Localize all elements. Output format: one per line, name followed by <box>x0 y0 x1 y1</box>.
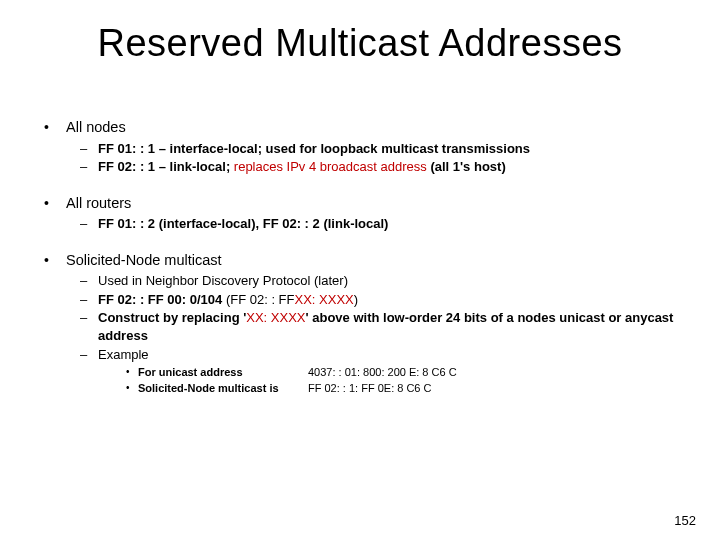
example-value: 4037: : 01: 800: 200 E: 8 C6 C <box>308 366 457 378</box>
sub-bullet: Example For unicast address4037: : 01: 8… <box>66 346 680 396</box>
sub-bullet: FF 01: : 1 – interface-local; used for l… <box>66 140 680 158</box>
addr: FF 02: : FF 00: 0/104 <box>98 292 222 307</box>
slide: Reserved Multicast Addresses All nodes F… <box>0 0 720 540</box>
sub-bullet: Construct by replacing 'XX: XXXX' above … <box>66 309 680 344</box>
addr-desc-pre: – link-local; <box>155 159 234 174</box>
text: Used in Neighbor Discovery Protocol (lat… <box>98 273 348 288</box>
sub-bullet: FF 02: : 1 – link-local; replaces IPv 4 … <box>66 158 680 176</box>
slide-content: All nodes FF 01: : 1 – interface-local; … <box>42 118 680 414</box>
paren-open: (FF 02: : FF <box>222 292 294 307</box>
addr-desc-red: replaces IPv 4 broadcast address <box>234 159 427 174</box>
bullet-head: All routers <box>66 195 131 211</box>
addr: FF 02: : 1 <box>98 159 155 174</box>
bullet-all-nodes: All nodes FF 01: : 1 – interface-local; … <box>42 118 680 176</box>
example-row: For unicast address4037: : 01: 800: 200 … <box>98 365 680 380</box>
page-number: 152 <box>674 513 696 528</box>
addr-desc-post: (all 1's host) <box>427 159 506 174</box>
sub-bullet: Used in Neighbor Discovery Protocol (lat… <box>66 272 680 290</box>
sub-bullet: FF 01: : 2 (interface-local), FF 02: : 2… <box>66 215 680 233</box>
addr-red: XX: XXXX <box>295 292 354 307</box>
bullet-head: All nodes <box>66 119 126 135</box>
sub-bullet: FF 02: : FF 00: 0/104 (FF 02: : FFXX: XX… <box>66 291 680 309</box>
text: Example <box>98 347 149 362</box>
addr: FF 01: : 2 <box>98 216 155 231</box>
addr-mid: (interface-local), <box>155 216 263 231</box>
bullet-head: Solicited-Node multicast <box>66 252 222 268</box>
example-value: FF 02: : 1: FF 0E: 8 C6 C <box>308 382 431 394</box>
addr-desc: – interface-local; used for loopback mul… <box>155 141 530 156</box>
example-label: Solicited-Node multicast is <box>138 381 308 396</box>
slide-title: Reserved Multicast Addresses <box>0 22 720 65</box>
addr: FF 02: : 2 <box>263 216 320 231</box>
text-pre: Construct by replacing ' <box>98 310 246 325</box>
paren-close: ) <box>354 292 358 307</box>
addr: FF 01: : 1 <box>98 141 155 156</box>
example-label: For unicast address <box>138 365 308 380</box>
bullet-all-routers: All routers FF 01: : 2 (interface-local)… <box>42 194 680 233</box>
example-row: Solicited-Node multicast isFF 02: : 1: F… <box>98 381 680 396</box>
bullet-solicited-node: Solicited-Node multicast Used in Neighbo… <box>42 251 680 396</box>
text-red: XX: XXXX <box>246 310 305 325</box>
addr-end: (link-local) <box>320 216 389 231</box>
